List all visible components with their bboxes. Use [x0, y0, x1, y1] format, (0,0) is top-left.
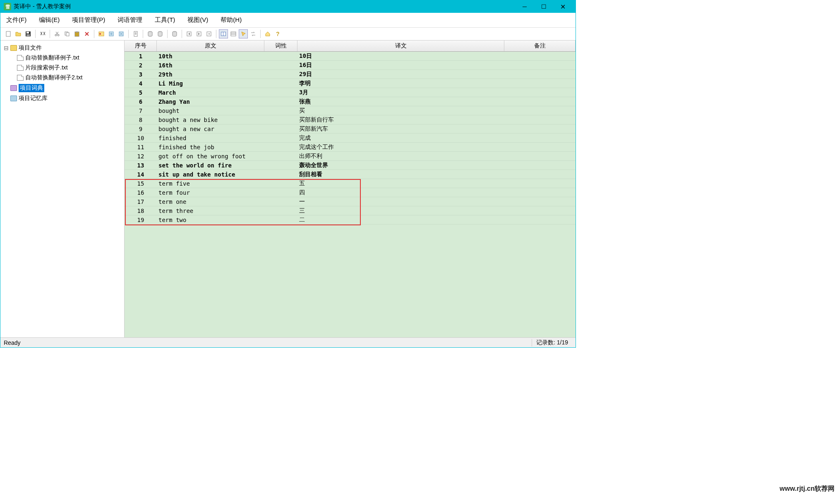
table-row[interactable]: 18term three三 [125, 206, 576, 215]
table-row[interactable]: 110th10日 [125, 52, 576, 61]
cell-target: 买 [297, 107, 504, 115]
sidebar: ⊟ 项目文件 自动替换翻译例子.txt 片段搜索例子.txt 自动替换翻译例子2… [0, 41, 125, 337]
cell-seq: 4 [125, 80, 157, 87]
maximize-button[interactable]: ☐ [534, 0, 553, 13]
menu-project[interactable]: 项目管理(P) [70, 14, 108, 26]
cell-source: sit up and take notice [157, 171, 264, 178]
prev-icon[interactable] [185, 29, 194, 38]
tree-project-dict[interactable]: 项目词典 [2, 83, 122, 93]
file-icon [17, 65, 24, 71]
cell-seq: 8 [125, 117, 157, 123]
open-file-icon[interactable] [14, 29, 23, 38]
cell-source: term one [157, 198, 264, 205]
close-button[interactable]: ✕ [553, 0, 572, 13]
delete-icon[interactable] [82, 29, 91, 38]
table-row[interactable]: 11finished the job完成这个工作 [125, 143, 576, 152]
toolbar-separator [143, 30, 143, 38]
table-row[interactable]: 15term five五 [125, 179, 576, 188]
paste-icon[interactable] [72, 29, 82, 38]
svg-rect-2 [26, 32, 29, 33]
next-icon[interactable] [194, 29, 204, 38]
cell-source: 10th [157, 53, 264, 60]
new-file-icon[interactable] [4, 29, 13, 38]
menu-file[interactable]: 文件(F) [4, 14, 29, 26]
tree-file-item[interactable]: 自动替换翻译例子2.txt [2, 73, 122, 83]
db3-icon[interactable] [170, 29, 179, 38]
db1-icon[interactable] [146, 29, 155, 38]
table-row[interactable]: 9bought a new car买部新汽车 [125, 124, 576, 134]
cell-target: 买部新汽车 [297, 125, 504, 133]
goto-icon[interactable] [204, 29, 213, 38]
table-row[interactable]: 13set the world on fire轰动全世界 [125, 161, 576, 170]
home-icon[interactable] [263, 29, 272, 38]
svg-point-5 [58, 34, 59, 36]
import-icon[interactable] [107, 29, 116, 38]
tree-label: 自动替换翻译例子.txt [25, 54, 79, 62]
table-row[interactable]: 16term four四 [125, 188, 576, 197]
view-list-icon[interactable] [229, 29, 238, 38]
folder-icon [10, 45, 17, 51]
swap-icon[interactable] [249, 29, 258, 38]
svg-rect-7 [66, 33, 69, 36]
view-grid-icon[interactable] [219, 29, 228, 38]
tree-root-project-files[interactable]: ⊟ 项目文件 [2, 43, 122, 53]
col-source[interactable]: 原文 [157, 41, 264, 51]
table-row[interactable]: 14sit up and take notice刮目相看 [125, 170, 576, 179]
col-note[interactable]: 备注 [504, 41, 576, 51]
find-icon[interactable] [38, 29, 47, 38]
svg-rect-22 [221, 32, 223, 36]
cursor-icon[interactable] [239, 29, 248, 38]
cell-target: 张燕 [297, 98, 504, 105]
tree-label: 自动替换翻译例子2.txt [25, 74, 82, 81]
cell-source: term two [157, 217, 264, 223]
tree-file-item[interactable]: 片段搜索例子.txt [2, 63, 122, 73]
menu-view[interactable]: 视图(V) [185, 14, 211, 26]
table-row[interactable]: 8bought a new bike买部新自行车 [125, 115, 576, 124]
svg-rect-24 [231, 32, 236, 36]
svg-rect-14 [134, 31, 137, 36]
menu-term[interactable]: 词语管理 [115, 14, 145, 26]
cell-target: 一 [297, 198, 504, 205]
copy-icon[interactable] [62, 29, 72, 38]
table-row[interactable]: 329th29日 [125, 70, 576, 79]
menu-tool[interactable]: 工具(T) [152, 14, 177, 26]
db2-icon[interactable] [156, 29, 165, 38]
help-icon[interactable]: ? [273, 29, 282, 38]
col-seq[interactable]: 序号 [125, 41, 157, 51]
save-icon[interactable] [24, 29, 33, 38]
export-icon[interactable] [117, 29, 126, 38]
collapse-icon[interactable]: ⊟ [4, 45, 9, 51]
tree-label: 片段搜索例子.txt [25, 64, 68, 72]
tree-project-memory[interactable]: 项目记忆库 [2, 93, 122, 103]
col-target[interactable]: 译文 [297, 41, 504, 51]
table-row[interactable]: 6Zhang Yan张燕 [125, 97, 576, 106]
cell-target: 五 [297, 180, 504, 187]
table-row[interactable]: 12got off on the wrong foot出师不利 [125, 152, 576, 161]
minimize-button[interactable]: ─ [515, 0, 534, 13]
col-pos[interactable]: 词性 [264, 41, 297, 51]
table-row[interactable]: 5March3月 [125, 88, 576, 97]
cell-source: term four [157, 189, 264, 196]
table-row[interactable]: 10finished完成 [125, 134, 576, 143]
cell-source: 16th [157, 62, 264, 69]
tree-file-item[interactable]: 自动替换翻译例子.txt [2, 53, 122, 63]
cell-source: Zhang Yan [157, 98, 264, 105]
cell-target: 16日 [297, 62, 504, 69]
cell-seq: 1 [125, 53, 157, 60]
titlebar: 雪 英译中 - 雪人教学案例 ─ ☐ ✕ [0, 0, 576, 13]
statusbar: Ready 记录数: 1/19 [0, 337, 576, 347]
table-row[interactable]: 216th16日 [125, 61, 576, 70]
menu-edit[interactable]: 编辑(E) [36, 14, 62, 26]
settings-icon[interactable] [97, 29, 106, 38]
table-row[interactable]: 4Li Ming李明 [125, 79, 576, 88]
toolbar: ? [0, 28, 576, 41]
status-ready: Ready [4, 339, 532, 346]
cut-icon[interactable] [53, 29, 62, 38]
table-row[interactable]: 17term one一 [125, 197, 576, 206]
menu-help[interactable]: 帮助(H) [218, 14, 244, 26]
grid-body[interactable]: 110th10日216th16日329th29日4Li Ming李明5March… [125, 52, 576, 337]
table-row[interactable]: 7bought买 [125, 106, 576, 115]
dictionary-icon [10, 85, 17, 91]
table-row[interactable]: 19term two二 [125, 215, 576, 225]
doc-icon[interactable] [131, 29, 140, 38]
